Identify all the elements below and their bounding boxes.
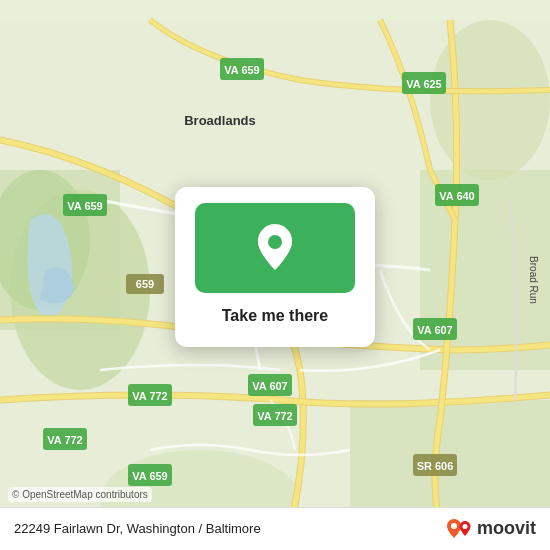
- svg-point-36: [451, 523, 457, 529]
- svg-text:VA 607: VA 607: [417, 324, 452, 336]
- svg-text:SR 606: SR 606: [417, 460, 454, 472]
- moovit-pins-icon: [446, 516, 474, 540]
- pin-area: [195, 203, 355, 293]
- bottom-bar: 22249 Fairlawn Dr, Washington / Baltimor…: [0, 507, 550, 550]
- svg-text:659: 659: [136, 278, 154, 290]
- svg-text:VA 659: VA 659: [224, 64, 259, 76]
- svg-text:VA 640: VA 640: [439, 190, 474, 202]
- moovit-logo: moovit: [446, 516, 536, 540]
- address-text: 22249 Fairlawn Dr, Washington / Baltimor…: [14, 521, 261, 536]
- location-pin-icon: [255, 223, 295, 273]
- svg-text:VA 772: VA 772: [132, 390, 167, 402]
- svg-text:VA 772: VA 772: [47, 434, 82, 446]
- map-attribution: © OpenStreetMap contributors: [8, 487, 152, 502]
- svg-text:VA 659: VA 659: [67, 200, 102, 212]
- svg-text:VA 659: VA 659: [132, 470, 167, 482]
- moovit-text: moovit: [477, 518, 536, 539]
- svg-point-37: [462, 524, 467, 529]
- svg-text:VA 607: VA 607: [252, 380, 287, 392]
- svg-point-5: [430, 20, 550, 180]
- svg-text:VA 625: VA 625: [406, 78, 441, 90]
- svg-text:Broad Run: Broad Run: [528, 256, 539, 304]
- map-container: VA 659 VA 625 VA 659 VA 640 VA 607 VA 60…: [0, 0, 550, 550]
- take-me-there-button[interactable]: Take me there: [195, 303, 355, 329]
- location-card: Take me there: [175, 187, 375, 347]
- svg-text:Broadlands: Broadlands: [184, 113, 256, 128]
- svg-point-35: [268, 235, 282, 249]
- svg-text:VA 772: VA 772: [257, 410, 292, 422]
